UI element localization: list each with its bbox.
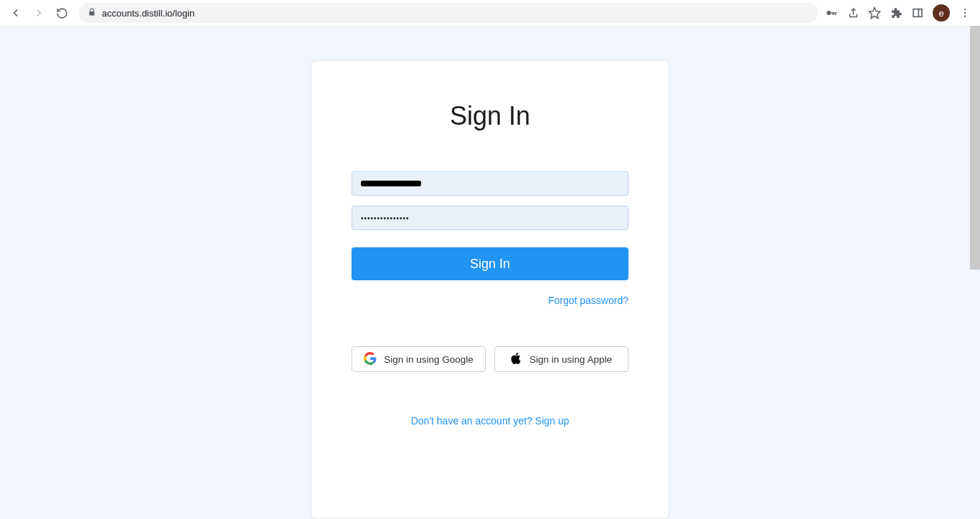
page-body: Sign In ••••••••••••••• Sign In Forgot p…	[0, 26, 980, 519]
apple-signin-label: Sign in using Apple	[529, 354, 612, 365]
browser-toolbar: accounts.distill.io/login e	[0, 0, 980, 26]
scrollbar[interactable]	[970, 26, 980, 270]
apple-icon	[511, 352, 522, 367]
side-panel-icon[interactable]	[911, 6, 924, 19]
google-signin-button[interactable]: Sign in using Google	[352, 346, 486, 372]
signup-link[interactable]: Don't have an account yet? Sign up	[411, 415, 570, 427]
email-value-redacted	[361, 181, 421, 186]
password-key-icon[interactable]	[825, 6, 838, 19]
lock-icon	[88, 8, 96, 19]
signin-button[interactable]: Sign In	[352, 247, 628, 280]
forward-button[interactable]	[29, 3, 49, 23]
google-icon	[364, 352, 377, 367]
svg-point-6	[964, 15, 966, 16]
svg-point-5	[964, 12, 966, 14]
address-bar[interactable]: accounts.distill.io/login	[79, 3, 818, 23]
signin-title: Sign In	[352, 101, 628, 131]
social-signin-row: Sign in using Google Sign in using Apple	[352, 346, 628, 372]
extensions-icon[interactable]	[890, 6, 903, 19]
share-icon[interactable]	[847, 6, 859, 19]
password-input[interactable]: •••••••••••••••	[352, 206, 628, 230]
menu-icon[interactable]	[958, 6, 971, 19]
svg-point-0	[826, 11, 831, 15]
chrome-actions: e	[825, 4, 974, 22]
password-value: •••••••••••••••	[361, 214, 410, 222]
google-signin-label: Sign in using Google	[384, 354, 473, 365]
bookmark-star-icon[interactable]	[868, 6, 881, 19]
forgot-password-link[interactable]: Forgot password?	[548, 295, 628, 306]
back-button[interactable]	[6, 3, 26, 23]
profile-avatar[interactable]: e	[933, 4, 950, 22]
svg-marker-1	[870, 8, 880, 19]
email-input[interactable]	[352, 171, 628, 196]
svg-point-4	[964, 9, 966, 10]
url-text: accounts.distill.io/login	[102, 8, 194, 19]
apple-signin-button[interactable]: Sign in using Apple	[494, 346, 628, 372]
signin-card: Sign In ••••••••••••••• Sign In Forgot p…	[311, 60, 669, 519]
svg-rect-2	[913, 9, 922, 17]
reload-button[interactable]	[52, 3, 72, 23]
